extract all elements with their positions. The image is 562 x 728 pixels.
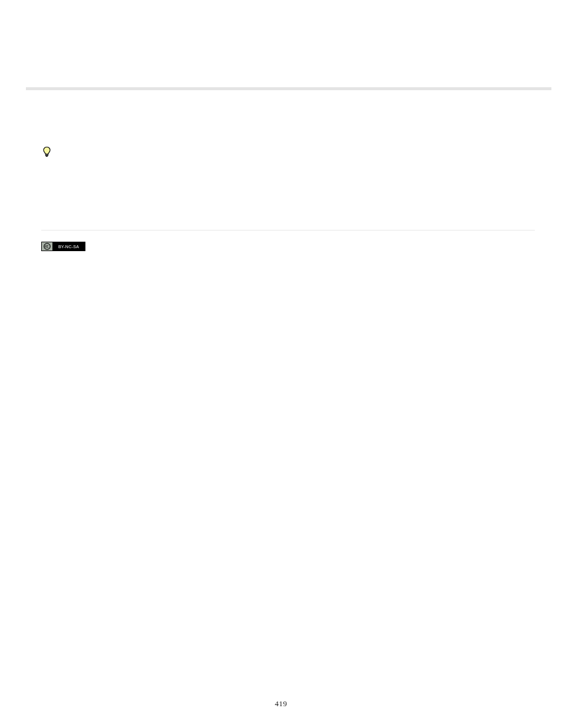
page-number: 419 xyxy=(0,699,562,709)
cc-license-badge: BY-NC-SA xyxy=(41,242,85,251)
cc-license-text: BY-NC-SA xyxy=(52,242,85,251)
svg-rect-2 xyxy=(46,156,47,157)
section-divider xyxy=(26,87,551,90)
lightbulb-icon xyxy=(43,147,51,157)
document-page: BY-NC-SA 419 xyxy=(0,0,562,728)
svg-rect-1 xyxy=(46,155,48,156)
svg-rect-0 xyxy=(45,154,48,156)
footer-divider xyxy=(41,230,535,230)
cc-logo-icon xyxy=(42,242,52,251)
